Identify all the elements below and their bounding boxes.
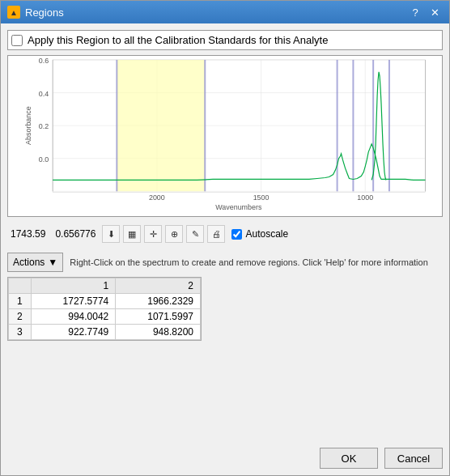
col1-header: 1	[31, 278, 116, 294]
select-region-btn[interactable]: ▦	[123, 225, 141, 243]
button-row: OK Cancel	[7, 444, 443, 469]
chart-area: 0.6 0.4 0.2 0.0 Absorbance 2000 1500 100…	[7, 55, 443, 217]
col2-value[interactable]: 1966.2329	[116, 294, 201, 309]
col1-value[interactable]: 1727.5774	[31, 294, 116, 309]
checkbox-label: Apply this Region to all the Calibration…	[28, 34, 328, 46]
row-number: 1	[9, 294, 32, 309]
regions-table: 1 2 1 1727.5774 1966.2329 2 994.0042 107…	[8, 278, 201, 340]
help-button[interactable]: ?	[407, 4, 423, 20]
actions-hint: Right-Click on the spectrum to create an…	[70, 257, 443, 267]
data-table: 1 2 1 1727.5774 1966.2329 2 994.0042 107…	[7, 277, 202, 341]
actions-row: Actions ▼ Right-Click on the spectrum to…	[7, 251, 443, 274]
x-coordinate: 1743.59	[11, 228, 45, 240]
col1-value[interactable]: 922.7749	[31, 325, 116, 340]
toolbar-row: 1743.59 0.656776 ⬇ ▦ ✛ ⊕ ✎ 🖨 Autoscale	[7, 222, 443, 246]
svg-text:2000: 2000	[149, 193, 165, 202]
checkbox-row: Apply this Region to all the Calibration…	[7, 30, 443, 50]
y-coordinate: 0.656776	[55, 228, 96, 240]
close-button[interactable]: ✕	[427, 4, 443, 20]
col2-value[interactable]: 1071.5997	[116, 309, 201, 325]
save-icon-btn[interactable]: ⬇	[102, 225, 120, 243]
print-btn[interactable]: 🖨	[207, 225, 225, 243]
autoscale-row: Autoscale	[231, 228, 288, 240]
actions-dropdown-icon: ▼	[48, 257, 57, 268]
table-row: 3 922.7749 948.8200	[9, 325, 201, 340]
col2-value[interactable]: 948.8200	[116, 325, 201, 340]
actions-button[interactable]: Actions ▼	[7, 253, 63, 272]
actions-label: Actions	[13, 257, 45, 268]
edit-btn[interactable]: ✎	[186, 225, 204, 243]
svg-rect-11	[117, 60, 205, 191]
bottom-section: Actions ▼ Right-Click on the spectrum to…	[7, 251, 443, 341]
col2-header: 2	[116, 278, 201, 294]
svg-text:0.6: 0.6	[39, 57, 49, 65]
app-icon: ▲	[7, 6, 20, 19]
table-row: 1 1727.5774 1966.2329	[9, 294, 201, 309]
window-title: Regions	[25, 6, 407, 19]
svg-text:0.4: 0.4	[39, 90, 49, 98]
title-controls: ? ✕	[407, 4, 443, 20]
autoscale-checkbox[interactable]	[231, 229, 242, 240]
svg-text:1000: 1000	[357, 193, 373, 202]
crosshair-btn[interactable]: ✛	[144, 225, 162, 243]
cancel-button[interactable]: Cancel	[384, 448, 443, 469]
svg-text:Absorbance: Absorbance	[24, 106, 32, 145]
toolbar-icons: ⬇ ▦ ✛ ⊕ ✎ 🖨	[102, 225, 225, 243]
svg-text:0.0: 0.0	[39, 155, 49, 164]
svg-rect-0	[53, 60, 425, 192]
apply-region-checkbox[interactable]	[11, 35, 23, 46]
zoom-btn[interactable]: ⊕	[165, 225, 183, 243]
ok-button[interactable]: OK	[320, 448, 378, 469]
spectrum-chart: 0.6 0.4 0.2 0.0 Absorbance 2000 1500 100…	[8, 56, 442, 216]
row-number: 3	[9, 325, 32, 340]
col1-value[interactable]: 994.0042	[31, 309, 116, 325]
svg-text:Wavenumbers: Wavenumbers	[215, 203, 262, 211]
regions-dialog: ▲ Regions ? ✕ Apply this Region to all t…	[0, 0, 450, 476]
title-bar: ▲ Regions ? ✕	[1, 1, 449, 23]
dialog-content: Apply this Region to all the Calibration…	[1, 23, 449, 475]
row-number: 2	[9, 309, 32, 325]
svg-text:1500: 1500	[253, 193, 270, 202]
autoscale-label: Autoscale	[245, 228, 288, 240]
table-row: 2 994.0042 1071.5997	[9, 309, 201, 325]
coordinates-display: 1743.59 0.656776	[11, 228, 96, 240]
svg-text:0.2: 0.2	[39, 122, 49, 130]
